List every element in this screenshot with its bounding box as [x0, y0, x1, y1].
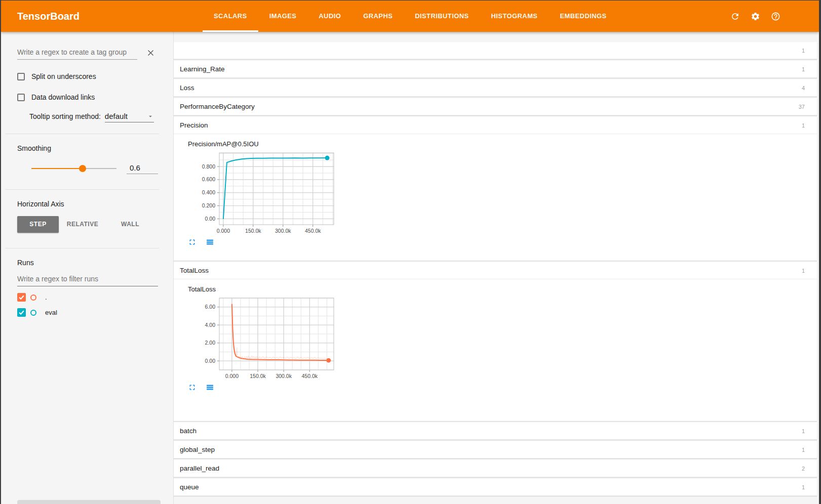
svg-text:450.0k: 450.0k	[305, 228, 321, 234]
smoothing-slider-thumb[interactable]	[79, 165, 86, 172]
split-underscores-label: Split on underscores	[31, 72, 96, 80]
tag-count-badge: 2	[802, 466, 805, 472]
tag-count-badge: 1	[802, 122, 805, 129]
runs-label: Runs	[1, 259, 173, 267]
precision-line-chart: 0.000150.0k300.0k450.0k0.000.2000.4000.6…	[188, 150, 340, 236]
tag-group-header[interactable]: Precision 1	[174, 117, 817, 134]
divider	[5, 248, 159, 248]
tag-group-queue: queue 1	[174, 479, 817, 496]
tag-group-unnamed: 1	[174, 42, 817, 59]
totalloss-line-chart: 0.000150.0k300.0k450.0k0.002.004.006.00	[188, 295, 340, 381]
divider	[5, 134, 159, 134]
tag-count-badge: 1	[802, 48, 805, 54]
svg-text:0.000: 0.000	[217, 228, 230, 234]
tag-group-header[interactable]: global_step 1	[174, 441, 817, 458]
tag-count-badge: 1	[802, 66, 805, 72]
main-content: 1 Learning_Rate 1 Loss 4 PerformanceByCa…	[174, 32, 819, 504]
tab-images[interactable]: IMAGES	[258, 1, 308, 32]
run-visibility-toggle[interactable]	[30, 310, 36, 316]
split-underscores-checkbox[interactable]	[17, 73, 25, 80]
run-label: eval	[45, 309, 57, 316]
divider	[5, 189, 159, 190]
scalar-chart-card: Precision/mAP@0.5IOU 0.000150.0k300.0k45…	[188, 140, 350, 246]
tag-group-header[interactable]: queue 1	[174, 479, 817, 496]
svg-text:150.0k: 150.0k	[250, 373, 266, 379]
horizontal-scrollbar[interactable]	[17, 500, 161, 504]
svg-text:450.0k: 450.0k	[302, 373, 318, 379]
tag-group-header[interactable]: parallel_read 2	[174, 460, 817, 477]
app-title: TensorBoard	[17, 1, 203, 32]
step-axis-button[interactable]: STEP	[17, 216, 59, 233]
run-checkbox[interactable]	[17, 308, 26, 317]
tab-histograms[interactable]: HISTOGRAMS	[480, 1, 549, 32]
tag-group-learning-rate: Learning_Rate 1	[174, 61, 817, 78]
data-table-icon[interactable]	[206, 238, 214, 246]
tab-bar: SCALARS IMAGES AUDIO GRAPHS DISTRIBUTION…	[203, 1, 618, 32]
split-underscores-option[interactable]: Split on underscores	[1, 72, 173, 80]
tag-filter-input[interactable]	[17, 46, 137, 60]
tag-count-badge: 4	[802, 85, 805, 91]
help-icon[interactable]	[771, 12, 780, 21]
close-icon[interactable]	[146, 48, 155, 58]
smoothing-value-input[interactable]	[127, 162, 158, 174]
tag-group-parallel-read: parallel_read 2	[174, 460, 817, 477]
smoothing-label: Smoothing	[1, 144, 173, 152]
tag-count-badge: 37	[799, 104, 805, 110]
run-checkbox[interactable]	[17, 293, 26, 302]
tag-group-performance-by-category: PerformanceByCategory 37	[174, 98, 817, 115]
data-download-checkbox[interactable]	[17, 94, 25, 101]
tooltip-sorting-label: Tooltip sorting method:	[29, 112, 101, 120]
run-label: .	[45, 293, 47, 301]
run-row-train: .	[1, 293, 173, 302]
tag-group-header[interactable]: TotalLoss 1	[174, 262, 817, 279]
tag-group-header[interactable]: PerformanceByCategory 37	[174, 98, 817, 115]
tag-group-header[interactable]: Loss 4	[174, 79, 817, 97]
svg-text:0.400: 0.400	[202, 189, 215, 195]
svg-text:0.600: 0.600	[202, 176, 215, 182]
tag-group-header[interactable]: Learning_Rate 1	[174, 61, 817, 78]
horizontal-axis-label: Horizontal Axis	[1, 200, 173, 208]
data-table-icon[interactable]	[206, 383, 214, 392]
tooltip-sorting-select[interactable]: default	[105, 112, 154, 122]
expand-chart-icon[interactable]	[188, 383, 197, 392]
smoothing-slider[interactable]	[31, 165, 116, 172]
svg-text:300.0k: 300.0k	[275, 228, 291, 234]
settings-icon[interactable]	[751, 12, 760, 21]
chevron-down-icon	[147, 113, 154, 120]
relative-axis-button[interactable]: RELATIVE	[59, 216, 106, 233]
tag-group-totalloss: TotalLoss 1 TotalLoss 0.000150.0k300.0k4…	[174, 262, 817, 421]
app-header: TensorBoard SCALARS IMAGES AUDIO GRAPHS …	[1, 1, 819, 32]
tooltip-sorting-value: default	[105, 112, 128, 120]
header-actions	[730, 1, 780, 32]
tag-group-loss: Loss 4	[174, 79, 817, 97]
tag-count-badge: 1	[802, 447, 805, 453]
run-visibility-toggle[interactable]	[30, 295, 36, 301]
sidebar: Split on underscores Data download links…	[1, 32, 174, 504]
svg-text:300.0k: 300.0k	[276, 373, 292, 379]
slider-fill	[31, 168, 83, 169]
svg-text:2.00: 2.00	[205, 340, 216, 346]
svg-text:0.00: 0.00	[205, 358, 216, 364]
tab-audio[interactable]: AUDIO	[307, 1, 352, 32]
data-download-option[interactable]: Data download links	[1, 93, 173, 101]
tab-distributions[interactable]: DISTRIBUTIONS	[404, 1, 480, 32]
tag-count-badge: 1	[802, 428, 805, 434]
svg-text:0.200: 0.200	[202, 202, 215, 208]
tag-group-header[interactable]: 1	[174, 42, 817, 59]
tag-group-batch: batch 1	[174, 423, 817, 440]
tab-scalars[interactable]: SCALARS	[203, 1, 258, 32]
run-filter-input[interactable]	[17, 273, 158, 286]
tag-group-global-step: global_step 1	[174, 441, 817, 458]
expand-chart-icon[interactable]	[188, 238, 197, 246]
svg-text:150.0k: 150.0k	[245, 228, 261, 234]
wall-axis-button[interactable]: WALL	[106, 216, 154, 233]
tab-graphs[interactable]: GRAPHS	[352, 1, 404, 32]
refresh-icon[interactable]	[730, 12, 740, 21]
tab-embeddings[interactable]: EMBEDDINGS	[549, 1, 617, 32]
svg-text:4.00: 4.00	[205, 322, 216, 328]
svg-text:0.000: 0.000	[225, 373, 239, 379]
tag-group-header[interactable]: batch 1	[174, 423, 817, 440]
run-row-eval: eval	[1, 308, 173, 317]
svg-text:6.00: 6.00	[205, 304, 216, 310]
chart-title: TotalLoss	[188, 285, 350, 293]
